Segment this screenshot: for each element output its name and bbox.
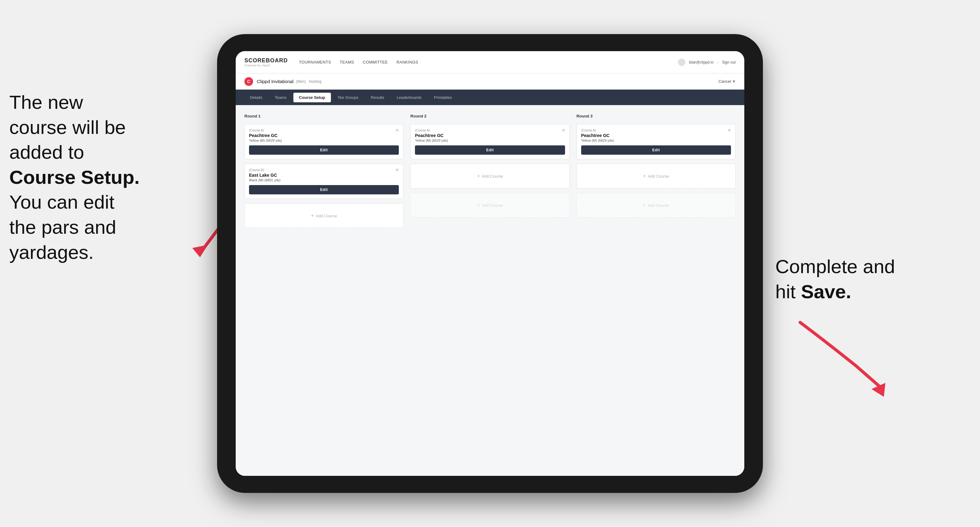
tablet-device: SCOREBOARD Powered by clippd TOURNAMENTS… bbox=[217, 34, 763, 493]
nav-link-committee[interactable]: COMMITTEE bbox=[363, 60, 388, 65]
tournament-title: Clippd Invitational bbox=[257, 79, 293, 84]
round-3-course-a-label: (Course A) bbox=[581, 129, 731, 132]
round-1-course-a-card: ✕ (Course A) Peachtree GC Yellow (M) (66… bbox=[244, 124, 404, 159]
user-email: blair@clippd.io bbox=[689, 60, 714, 65]
round-3-course-a-delete[interactable]: ✕ bbox=[727, 127, 732, 133]
round-2-course-a-card: ✕ (Course A) Peachtree GC Yellow (M) (66… bbox=[410, 124, 570, 159]
round-3-course-a-card: ✕ (Course A) Peachtree GC Yellow (M) (66… bbox=[576, 124, 736, 159]
round-3-add-course[interactable]: + Add Course bbox=[576, 163, 736, 189]
tab-leaderboards[interactable]: Leaderboards bbox=[391, 93, 427, 102]
round-2-course-a-tee: Yellow (M) (6629 yds) bbox=[415, 138, 565, 142]
round-1-header: Round 1 bbox=[244, 114, 404, 118]
round-1-course-b-edit[interactable]: Edit bbox=[249, 185, 399, 194]
breadcrumb-logo: C bbox=[244, 77, 253, 86]
tablet-screen: SCOREBOARD Powered by clippd TOURNAMENTS… bbox=[236, 51, 744, 476]
round-1-course-a-tee: Yellow (M) (6629 yds) bbox=[249, 138, 399, 142]
arrow-right-annotation bbox=[788, 316, 905, 403]
logo-scoreboard: SCOREBOARD bbox=[244, 57, 288, 64]
round-1-column: Round 1 ✕ (Course A) Peachtree GC Yellow… bbox=[244, 114, 404, 228]
user-avatar bbox=[678, 59, 686, 66]
nav-link-rankings[interactable]: RANKINGS bbox=[396, 60, 418, 65]
round-2-add-course[interactable]: + Add Course bbox=[410, 163, 570, 189]
tabs-bar: Details Teams Course Setup Tee Groups Re… bbox=[236, 90, 744, 105]
round-1-add-course[interactable]: + Add Course bbox=[244, 203, 404, 228]
logo-sub: Powered by clippd bbox=[244, 64, 288, 67]
round-1-course-b-label: (Course B) bbox=[249, 168, 399, 172]
svg-marker-0 bbox=[192, 245, 208, 257]
nav-right: blair@clippd.io | Sign out bbox=[678, 59, 736, 66]
round-1-course-b-name: East Lake GC bbox=[249, 173, 399, 178]
round-2-header: Round 2 bbox=[410, 114, 570, 118]
annotation-right: Complete and hit Save. bbox=[775, 254, 949, 304]
tab-printables[interactable]: Printables bbox=[428, 93, 457, 102]
round-1-course-b-delete[interactable]: ✕ bbox=[395, 167, 400, 173]
tab-tee-groups[interactable]: Tee Groups bbox=[332, 93, 364, 102]
round-2-column: Round 2 ✕ (Course A) Peachtree GC Yellow… bbox=[410, 114, 570, 228]
tournament-badge: Hosting bbox=[309, 79, 321, 84]
breadcrumb-bar: C Clippd Invitational (Men) Hosting Canc… bbox=[236, 73, 744, 90]
nav-link-teams[interactable]: TEAMS bbox=[340, 60, 354, 65]
round-3-header: Round 3 bbox=[576, 114, 736, 118]
tab-details[interactable]: Details bbox=[244, 93, 268, 102]
round-2-add-course-extra: + Add Course bbox=[410, 193, 570, 217]
round-1-course-a-delete[interactable]: ✕ bbox=[395, 127, 400, 133]
round-1-course-a-label: (Course A) bbox=[249, 129, 399, 132]
round-2-course-a-label: (Course A) bbox=[415, 129, 565, 132]
rounds-grid: Round 1 ✕ (Course A) Peachtree GC Yellow… bbox=[244, 114, 736, 228]
top-nav: SCOREBOARD Powered by clippd TOURNAMENTS… bbox=[236, 51, 744, 73]
logo-area: SCOREBOARD Powered by clippd bbox=[244, 57, 288, 67]
round-1-course-a-name: Peachtree GC bbox=[249, 133, 399, 138]
tournament-gender: (Men) bbox=[296, 79, 305, 84]
nav-links: TOURNAMENTS TEAMS COMMITTEE RANKINGS bbox=[299, 60, 678, 65]
round-3-add-course-extra: + Add Course bbox=[576, 193, 736, 217]
tab-course-setup[interactable]: Course Setup bbox=[293, 93, 331, 102]
round-3-column: Round 3 ✕ (Course A) Peachtree GC Yellow… bbox=[576, 114, 736, 228]
tab-results[interactable]: Results bbox=[365, 93, 390, 102]
round-2-course-a-edit[interactable]: Edit bbox=[415, 145, 565, 155]
round-3-course-a-name: Peachtree GC bbox=[581, 133, 731, 138]
round-3-course-a-edit[interactable]: Edit bbox=[581, 145, 731, 155]
round-1-course-b-tee: Black (M) (6891 yds) bbox=[249, 178, 399, 182]
main-content: Round 1 ✕ (Course A) Peachtree GC Yellow… bbox=[236, 105, 744, 476]
sign-out-link[interactable]: Sign out bbox=[722, 60, 736, 65]
round-1-course-a-edit[interactable]: Edit bbox=[249, 145, 399, 155]
nav-link-tournaments[interactable]: TOURNAMENTS bbox=[299, 60, 331, 65]
tab-teams[interactable]: Teams bbox=[269, 93, 292, 102]
cancel-button[interactable]: Cancel ✕ bbox=[719, 79, 736, 84]
round-2-course-a-delete[interactable]: ✕ bbox=[561, 127, 566, 133]
round-3-course-a-tee: Yellow (M) (6629 yds) bbox=[581, 138, 731, 142]
round-1-course-b-card: ✕ (Course B) East Lake GC Black (M) (689… bbox=[244, 163, 404, 199]
round-2-course-a-name: Peachtree GC bbox=[415, 133, 565, 138]
